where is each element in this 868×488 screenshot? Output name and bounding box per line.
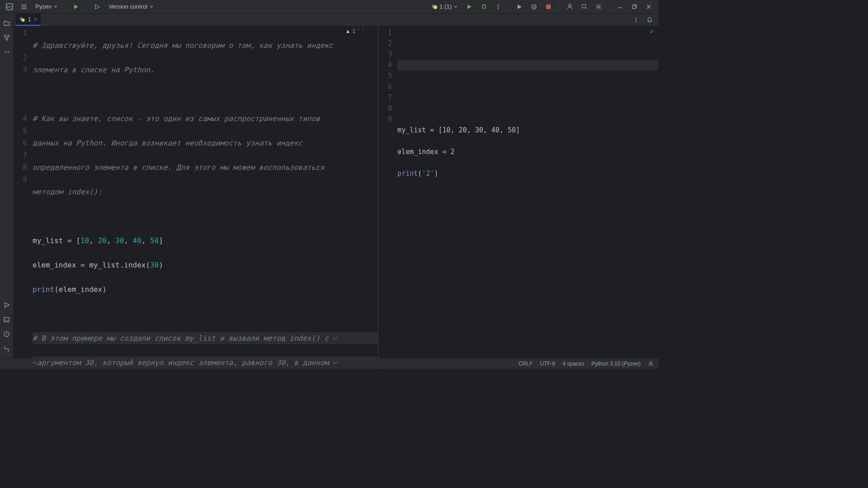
vcs-label: Version control [108, 3, 147, 10]
chevron-down-icon[interactable]: ˅ [362, 28, 364, 34]
svg-point-24 [636, 17, 637, 18]
svg-point-19 [8, 52, 9, 52]
structure-tool-icon[interactable] [1, 32, 13, 43]
run-config-selector[interactable]: 1 (1) [429, 2, 461, 11]
terminal-tool-icon[interactable] [1, 314, 13, 325]
svg-point-17 [4, 52, 5, 52]
warning-count: 1 [352, 28, 355, 34]
svg-point-10 [569, 4, 571, 6]
play-secondary-button[interactable] [514, 1, 525, 13]
warning-icon: ▲ [345, 28, 351, 34]
python-console-icon[interactable] [1, 343, 13, 354]
more-run-options[interactable] [492, 1, 504, 13]
svg-rect-9 [546, 5, 551, 9]
svg-point-14 [4, 35, 6, 37]
chevron-down-icon [53, 5, 58, 9]
svg-point-25 [636, 19, 637, 20]
python-icon [431, 4, 438, 10]
inspection-ok-icon[interactable]: ✓ [650, 28, 655, 35]
maximize-window[interactable] [628, 1, 640, 13]
debug-button[interactable] [478, 1, 490, 13]
code-content-left[interactable]: # Здравствуйте, друзья! Сегодня мы погов… [32, 26, 378, 369]
line-number-gutter-right: 1234 56789 [378, 26, 396, 369]
chevron-up-icon[interactable]: ˄ [357, 28, 360, 34]
settings-icon[interactable] [593, 1, 604, 13]
tab-label: 1 [28, 16, 31, 23]
minimize-window[interactable] [614, 1, 626, 13]
vcs-dropdown[interactable]: Version control [106, 2, 156, 11]
project-selector[interactable]: Pyzen [33, 2, 61, 11]
svg-rect-13 [632, 5, 636, 9]
svg-point-5 [498, 4, 499, 5]
editor-right-pane[interactable]: 1234 56789 my_list = [10, 20, 30, 40, 50… [378, 26, 658, 369]
main-menu-icon[interactable] [18, 1, 30, 13]
stop-button[interactable] [542, 1, 554, 13]
left-tool-rail [0, 14, 14, 358]
code-with-me-icon[interactable] [564, 1, 576, 13]
svg-point-3 [434, 5, 437, 9]
run-button[interactable] [70, 1, 82, 13]
chevron-down-icon [453, 5, 458, 9]
editor-tab[interactable]: 1 × [15, 14, 41, 26]
run-tool-icon[interactable] [1, 299, 13, 311]
search-icon[interactable] [578, 1, 590, 13]
inspection-widget[interactable]: ▲ 1 ˄ ˅ [345, 28, 365, 34]
editor-tab-bar: 1 × [14, 14, 658, 26]
svg-point-8 [532, 5, 536, 9]
chevron-down-icon [149, 5, 154, 9]
project-name: Pyzen [35, 3, 52, 10]
python-file-icon [19, 16, 25, 23]
line-number-gutter: 1 2 3 4 5 6 7 8 9 [14, 26, 32, 369]
svg-point-18 [6, 52, 7, 52]
run-context-button[interactable] [91, 1, 103, 13]
notifications-icon[interactable] [644, 14, 656, 26]
coverage-button[interactable] [528, 1, 540, 13]
code-content-right[interactable]: my_list = [10, 20, 30, 40, 50] elem_inde… [396, 26, 658, 369]
more-tools-icon[interactable] [1, 46, 13, 58]
tab-options-icon[interactable] [630, 14, 642, 26]
svg-point-15 [8, 35, 9, 37]
close-tab-icon[interactable]: × [34, 16, 38, 23]
svg-point-23 [22, 19, 25, 22]
svg-point-16 [6, 38, 8, 40]
svg-point-26 [636, 21, 637, 22]
svg-text:PC: PC [7, 5, 13, 9]
title-bar: PC Pyzen Version control 1 (1) [0, 0, 658, 14]
svg-point-6 [498, 6, 499, 7]
run-config-label: 1 (1) [439, 3, 452, 10]
svg-point-12 [598, 6, 599, 8]
editor-left-pane[interactable]: 1 2 3 4 5 6 7 8 9 # Здравствуйте, друзья… [14, 26, 378, 369]
svg-point-11 [582, 4, 585, 8]
app-logo[interactable]: PC [4, 1, 15, 13]
svg-point-7 [498, 8, 499, 9]
close-window[interactable] [643, 1, 655, 13]
project-tool-icon[interactable] [1, 17, 13, 29]
run-toolbar-button[interactable] [463, 1, 475, 13]
problems-tool-icon[interactable] [1, 328, 13, 340]
